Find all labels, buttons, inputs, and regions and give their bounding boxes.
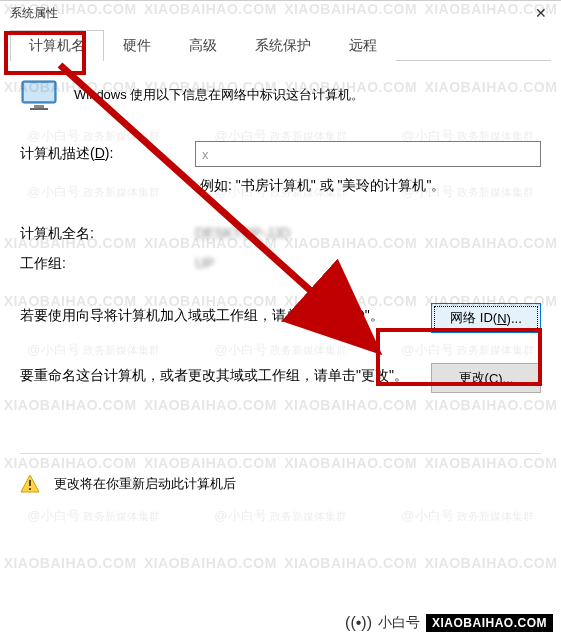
tab-hardware[interactable]: 硬件 [104, 30, 170, 61]
restart-note: 更改将在你重新启动此计算机后 [54, 475, 236, 493]
source-badge: ((•)) 小白号 XIAOBAIHAO.COM [345, 614, 553, 632]
fullname-value: DESKTOP-JJD [195, 225, 290, 243]
tabs: 计算机名 硬件 高级 系统保护 远程 [10, 29, 551, 61]
divider [20, 453, 541, 454]
svg-rect-6 [29, 488, 31, 490]
tab-advanced[interactable]: 高级 [170, 30, 236, 61]
workgroup-value: UP [195, 255, 214, 273]
source-name: 小白号 [378, 614, 420, 632]
svg-rect-1 [24, 83, 54, 101]
broadcast-icon: ((•)) [345, 614, 372, 632]
tab-system-protection[interactable]: 系统保护 [236, 30, 330, 61]
warning-icon [20, 474, 40, 494]
description-example: 例如: "书房计算机" 或 "美玲的计算机"。 [200, 177, 541, 195]
network-id-button[interactable]: 网络 ID(N)... [431, 303, 541, 333]
intro-text: Windows 使用以下信息在网络中标识这台计算机。 [74, 86, 364, 104]
change-text: 要重命名这台计算机，或者更改其域或工作组，请单击"更改"。 [20, 363, 411, 388]
window-title: 系统属性 [10, 5, 58, 22]
description-input[interactable] [195, 141, 541, 167]
close-button[interactable]: ✕ [521, 1, 561, 25]
tab-remote[interactable]: 远程 [330, 30, 396, 61]
svg-rect-3 [30, 108, 48, 110]
tab-computer-name[interactable]: 计算机名 [10, 30, 104, 61]
description-label: 计算机描述(D): [20, 145, 195, 163]
network-id-text: 若要使用向导将计算机加入域或工作组，请单击"网络 ID"。 [20, 303, 411, 328]
monitor-icon [20, 79, 60, 111]
source-domain: XIAOBAIHAO.COM [426, 614, 553, 632]
change-button[interactable]: 更改(C)... [431, 363, 541, 393]
svg-rect-5 [29, 480, 31, 486]
svg-rect-2 [34, 105, 44, 108]
workgroup-label: 工作组: [20, 255, 195, 273]
fullname-label: 计算机全名: [20, 225, 195, 243]
